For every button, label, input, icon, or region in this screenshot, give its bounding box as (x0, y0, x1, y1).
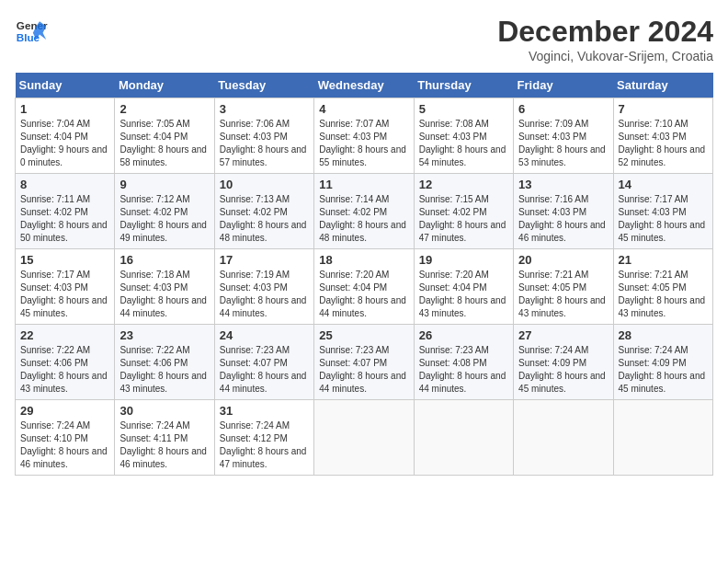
calendar-week-row: 29 Sunrise: 7:24 AM Sunset: 4:10 PM Dayl… (16, 400, 713, 476)
calendar-cell: 13 Sunrise: 7:16 AM Sunset: 4:03 PM Dayl… (514, 174, 613, 249)
day-number: 4 (319, 102, 408, 116)
calendar-cell: 4 Sunrise: 7:07 AM Sunset: 4:03 PM Dayli… (314, 98, 414, 174)
day-info: Sunrise: 7:21 AM Sunset: 4:05 PM Dayligh… (619, 269, 708, 320)
day-info: Sunrise: 7:13 AM Sunset: 4:02 PM Dayligh… (220, 193, 309, 245)
calendar-cell: 11 Sunrise: 7:14 AM Sunset: 4:02 PM Dayl… (314, 174, 414, 249)
day-info: Sunrise: 7:24 AM Sunset: 4:12 PM Dayligh… (220, 419, 309, 471)
col-tuesday: Tuesday (214, 73, 313, 98)
day-number: 25 (319, 328, 408, 342)
day-info: Sunrise: 7:24 AM Sunset: 4:11 PM Dayligh… (119, 419, 209, 471)
day-number: 2 (119, 102, 209, 116)
col-monday: Monday (115, 73, 214, 98)
day-number: 29 (20, 404, 109, 418)
calendar-cell (314, 400, 414, 476)
day-number: 1 (20, 102, 109, 116)
day-info: Sunrise: 7:19 AM Sunset: 4:03 PM Dayligh… (220, 269, 309, 320)
day-info: Sunrise: 7:10 AM Sunset: 4:03 PM Dayligh… (619, 118, 708, 169)
day-info: Sunrise: 7:08 AM Sunset: 4:03 PM Dayligh… (419, 118, 508, 169)
calendar-table: Sunday Monday Tuesday Wednesday Thursday… (15, 73, 713, 476)
day-number: 15 (20, 253, 109, 267)
day-info: Sunrise: 7:22 AM Sunset: 4:06 PM Dayligh… (20, 344, 109, 396)
day-number: 5 (419, 102, 508, 116)
calendar-cell: 9 Sunrise: 7:12 AM Sunset: 4:02 PM Dayli… (115, 174, 214, 249)
day-info: Sunrise: 7:18 AM Sunset: 4:03 PM Dayligh… (119, 269, 209, 320)
day-number: 3 (220, 102, 309, 116)
day-info: Sunrise: 7:20 AM Sunset: 4:04 PM Dayligh… (419, 269, 508, 320)
day-number: 19 (419, 253, 508, 267)
calendar-cell (514, 400, 613, 476)
col-friday: Friday (514, 73, 613, 98)
day-info: Sunrise: 7:17 AM Sunset: 4:03 PM Dayligh… (20, 269, 109, 320)
calendar-cell: 27 Sunrise: 7:24 AM Sunset: 4:09 PM Dayl… (514, 325, 613, 400)
month-title: December 2024 (497, 15, 713, 49)
day-number: 6 (518, 102, 608, 116)
calendar-cell: 2 Sunrise: 7:05 AM Sunset: 4:04 PM Dayli… (115, 98, 214, 174)
day-number: 8 (20, 178, 109, 191)
col-wednesday: Wednesday (314, 73, 414, 98)
day-number: 14 (619, 178, 708, 191)
calendar-cell (414, 400, 513, 476)
day-info: Sunrise: 7:21 AM Sunset: 4:05 PM Dayligh… (518, 269, 608, 320)
calendar-cell: 16 Sunrise: 7:18 AM Sunset: 4:03 PM Dayl… (115, 249, 214, 325)
day-number: 13 (518, 178, 608, 191)
day-number: 17 (220, 253, 309, 267)
calendar-cell: 31 Sunrise: 7:24 AM Sunset: 4:12 PM Dayl… (214, 400, 313, 476)
calendar-cell: 18 Sunrise: 7:20 AM Sunset: 4:04 PM Dayl… (314, 249, 414, 325)
logo: General Blue (15, 15, 48, 48)
calendar-week-row: 22 Sunrise: 7:22 AM Sunset: 4:06 PM Dayl… (16, 325, 713, 400)
col-thursday: Thursday (414, 73, 513, 98)
day-number: 7 (619, 102, 708, 116)
logo-icon: General Blue (15, 15, 48, 48)
day-number: 11 (319, 178, 408, 191)
title-section: December 2024 Voginci, Vukovar-Srijem, C… (497, 15, 713, 63)
calendar-cell: 22 Sunrise: 7:22 AM Sunset: 4:06 PM Dayl… (16, 325, 115, 400)
day-number: 16 (119, 253, 209, 267)
day-info: Sunrise: 7:11 AM Sunset: 4:02 PM Dayligh… (20, 193, 109, 245)
header: General Blue December 2024 Voginci, Vuko… (15, 15, 713, 63)
calendar-cell: 17 Sunrise: 7:19 AM Sunset: 4:03 PM Dayl… (214, 249, 313, 325)
day-number: 20 (518, 253, 608, 267)
col-sunday: Sunday (16, 73, 115, 98)
day-info: Sunrise: 7:24 AM Sunset: 4:09 PM Dayligh… (619, 344, 708, 396)
day-info: Sunrise: 7:24 AM Sunset: 4:09 PM Dayligh… (518, 344, 608, 396)
day-info: Sunrise: 7:16 AM Sunset: 4:03 PM Dayligh… (518, 193, 608, 245)
day-info: Sunrise: 7:07 AM Sunset: 4:03 PM Dayligh… (319, 118, 408, 169)
calendar-cell: 23 Sunrise: 7:22 AM Sunset: 4:06 PM Dayl… (115, 325, 214, 400)
day-info: Sunrise: 7:04 AM Sunset: 4:04 PM Dayligh… (20, 118, 109, 169)
calendar-cell: 30 Sunrise: 7:24 AM Sunset: 4:11 PM Dayl… (115, 400, 214, 476)
calendar-cell: 3 Sunrise: 7:06 AM Sunset: 4:03 PM Dayli… (214, 98, 313, 174)
day-info: Sunrise: 7:05 AM Sunset: 4:04 PM Dayligh… (119, 118, 209, 169)
calendar-cell: 20 Sunrise: 7:21 AM Sunset: 4:05 PM Dayl… (514, 249, 613, 325)
calendar-cell: 26 Sunrise: 7:23 AM Sunset: 4:08 PM Dayl… (414, 325, 513, 400)
calendar-cell: 14 Sunrise: 7:17 AM Sunset: 4:03 PM Dayl… (613, 174, 712, 249)
calendar-week-row: 8 Sunrise: 7:11 AM Sunset: 4:02 PM Dayli… (16, 174, 713, 249)
day-number: 9 (119, 178, 209, 191)
day-number: 22 (20, 328, 109, 342)
calendar-cell: 5 Sunrise: 7:08 AM Sunset: 4:03 PM Dayli… (414, 98, 513, 174)
calendar-header-row: Sunday Monday Tuesday Wednesday Thursday… (16, 73, 713, 98)
calendar-cell: 29 Sunrise: 7:24 AM Sunset: 4:10 PM Dayl… (16, 400, 115, 476)
day-info: Sunrise: 7:09 AM Sunset: 4:03 PM Dayligh… (518, 118, 608, 169)
day-number: 30 (119, 404, 209, 418)
day-number: 10 (220, 178, 309, 191)
calendar-cell: 10 Sunrise: 7:13 AM Sunset: 4:02 PM Dayl… (214, 174, 313, 249)
day-info: Sunrise: 7:14 AM Sunset: 4:02 PM Dayligh… (319, 193, 408, 245)
day-info: Sunrise: 7:23 AM Sunset: 4:08 PM Dayligh… (419, 344, 508, 396)
calendar-cell: 25 Sunrise: 7:23 AM Sunset: 4:07 PM Dayl… (314, 325, 414, 400)
calendar-cell: 7 Sunrise: 7:10 AM Sunset: 4:03 PM Dayli… (613, 98, 712, 174)
calendar-cell: 8 Sunrise: 7:11 AM Sunset: 4:02 PM Dayli… (16, 174, 115, 249)
day-info: Sunrise: 7:15 AM Sunset: 4:02 PM Dayligh… (419, 193, 508, 245)
day-info: Sunrise: 7:17 AM Sunset: 4:03 PM Dayligh… (619, 193, 708, 245)
calendar-cell: 6 Sunrise: 7:09 AM Sunset: 4:03 PM Dayli… (514, 98, 613, 174)
day-number: 23 (119, 328, 209, 342)
day-info: Sunrise: 7:23 AM Sunset: 4:07 PM Dayligh… (319, 344, 408, 396)
day-number: 28 (619, 328, 708, 342)
day-number: 21 (619, 253, 708, 267)
day-number: 24 (220, 328, 309, 342)
calendar-cell: 24 Sunrise: 7:23 AM Sunset: 4:07 PM Dayl… (214, 325, 313, 400)
day-number: 18 (319, 253, 408, 267)
day-number: 27 (518, 328, 608, 342)
day-info: Sunrise: 7:24 AM Sunset: 4:10 PM Dayligh… (20, 419, 109, 471)
day-number: 26 (419, 328, 508, 342)
calendar-cell: 15 Sunrise: 7:17 AM Sunset: 4:03 PM Dayl… (16, 249, 115, 325)
